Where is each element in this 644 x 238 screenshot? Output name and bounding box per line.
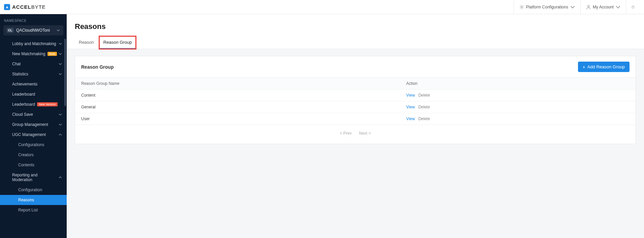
panel-header: Reason Group + Add Reason Group [75,56,636,77]
sidebar-item-label: Creators [18,152,34,157]
sidebar-item-chat[interactable]: Chat [0,59,67,69]
sidebar-item-reporting-and-moderation[interactable]: Reporting and Moderation [0,170,67,185]
gear-icon [519,5,524,9]
next-page[interactable]: Next > [359,131,371,136]
namespace-badge: CL [7,28,13,33]
tab-reason[interactable]: Reason [75,36,98,49]
chevron-down-icon [59,42,62,45]
svg-point-0 [521,6,522,7]
row-name: Content [75,90,400,101]
beta-badge: Beta [47,52,57,56]
view-link[interactable]: View [406,116,415,121]
tab-reason-group[interactable]: Reason Group [99,36,136,49]
chevron-up-icon [59,133,62,136]
prev-page[interactable]: < Prev [340,131,352,136]
sidebar-item-label: Group Management [12,122,48,127]
main-content: Reasons ReasonReason Group Reason Group … [67,14,644,238]
chevron-down-icon [616,5,620,9]
my-account-label: My Account [593,5,614,9]
sidebar-item-label: UGC Management [12,132,46,137]
platform-config-dropdown[interactable]: Platform Configurations [514,0,580,14]
sidebar-item-configuration[interactable]: Configuration [0,185,67,195]
sidebar-item-label: Leaderboard [12,92,35,97]
sidebar-item-creators[interactable]: Creators [0,150,67,160]
help-button[interactable] [626,0,640,14]
chevron-down-icon [570,5,575,9]
chevron-down-icon [59,52,62,56]
top-header: ACCELBYTE Platform Configurations My Acc… [0,0,644,14]
table-row: ContentViewDelete [75,90,636,101]
chevron-down-icon [59,72,62,76]
sidebar-item-label: Statistics [12,72,28,76]
sidebar-item-cloud-save[interactable]: Cloud Save [0,109,67,120]
delete-link[interactable]: Delete [418,93,430,98]
sidebar: NAMESPACE CL QACloudNWOToni Lobby and Ma… [0,14,67,238]
column-header-name: Reason Group Name [75,78,400,90]
scrollbar[interactable] [64,39,66,106]
sidebar-item-contents[interactable]: Contents [0,160,67,170]
sidebar-item-group-management[interactable]: Group Management [0,120,67,130]
sidebar-item-label: Configuration [18,188,42,192]
sidebar-item-leaderboard[interactable]: Leaderboard [0,89,67,99]
platform-config-label: Platform Configurations [526,5,568,9]
sidebar-menu: Lobby and MatchmakingNew MatchmakingBeta… [0,39,67,215]
sidebar-item-label: Leaderboard [12,102,35,107]
namespace-name: QACloudNWOToni [16,28,54,33]
sidebar-item-label: Reasons [18,198,34,202]
sidebar-item-label: Report List [18,208,38,212]
sidebar-item-statistics[interactable]: Statistics [0,69,67,79]
chevron-down-icon [59,113,62,116]
sidebar-item-label: Reporting and Moderation [12,173,59,182]
pagination: < Prev Next > [75,125,636,144]
row-actions: ViewDelete [400,101,636,113]
chevron-up-icon [59,176,62,179]
row-actions: ViewDelete [400,90,636,101]
sidebar-item-label: New Matchmaking [12,52,45,56]
reason-group-table: Reason Group Name Action ContentViewDele… [75,77,636,125]
delete-link[interactable]: Delete [418,116,430,121]
row-name: General [75,101,400,113]
sidebar-item-label: Configurations [18,142,44,147]
sidebar-item-reasons[interactable]: Reasons [0,195,67,205]
sidebar-item-label: Contents [18,163,34,167]
plus-icon: + [583,65,585,69]
reason-group-panel: Reason Group + Add Reason Group Reason G… [75,56,636,144]
sidebar-item-new-matchmaking[interactable]: New MatchmakingBeta [0,49,67,59]
add-reason-group-button[interactable]: + Add Reason Group [578,62,630,72]
sidebar-item-ugc-management[interactable]: UGC Management [0,130,67,140]
chevron-down-icon [57,29,60,32]
table-row: GeneralViewDelete [75,101,636,113]
sidebar-item-lobby-and-matchmaking[interactable]: Lobby and Matchmaking [0,39,67,49]
sidebar-item-label: Lobby and Matchmaking [12,41,56,46]
user-icon [586,5,591,9]
sidebar-item-report-list[interactable]: Report List [0,205,67,215]
sidebar-item-achievements[interactable]: Achievements [0,79,67,89]
row-actions: ViewDelete [400,113,636,125]
view-link[interactable]: View [406,93,415,98]
svg-point-1 [587,5,589,7]
row-name: User [75,113,400,125]
tabs: ReasonReason Group [67,31,644,49]
namespace-selector[interactable]: CL QACloudNWOToni [3,25,63,35]
table-row: UserViewDelete [75,113,636,125]
sidebar-item-configurations[interactable]: Configurations [0,140,67,150]
view-link[interactable]: View [406,105,415,109]
column-header-action: Action [400,78,636,90]
add-button-label: Add Reason Group [587,64,625,69]
sidebar-item-leaderboard[interactable]: LeaderboardNew Version [0,99,67,109]
page-title: Reasons [67,14,644,31]
chevron-down-icon [59,123,62,126]
new-version-badge: New Version [37,102,58,106]
logo-icon [4,4,10,10]
delete-link[interactable]: Delete [418,105,430,109]
help-icon [632,5,635,9]
chevron-down-icon [59,62,62,66]
logo[interactable]: ACCELBYTE [4,4,46,10]
sidebar-item-label: Chat [12,62,21,66]
logo-text: ACCELBYTE [12,4,46,10]
panel-title: Reason Group [81,64,114,70]
namespace-label: NAMESPACE [0,14,67,25]
my-account-dropdown[interactable]: My Account [580,0,626,14]
sidebar-item-label: Achievements [12,82,37,87]
sidebar-item-label: Cloud Save [12,112,33,117]
